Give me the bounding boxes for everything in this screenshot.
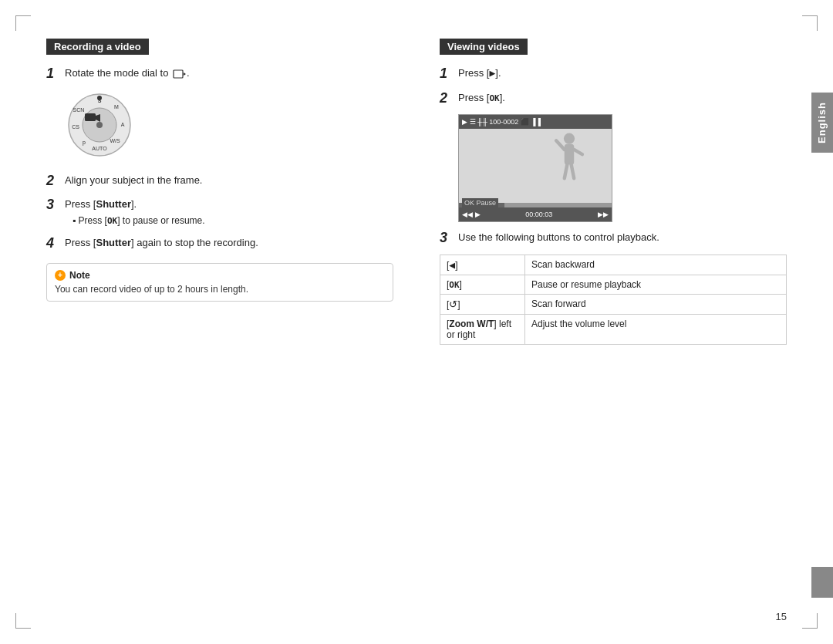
- corner-tl: [15, 15, 31, 31]
- right-step-3: 3 Use the following buttons to control p…: [440, 230, 787, 247]
- action-ok: Pause or resume playback: [525, 275, 787, 294]
- step-2: 2 Align your subject in the frame.: [46, 173, 393, 190]
- svg-point-16: [564, 133, 575, 144]
- right-column: Viewing videos 1 Press [▶]. 2 Press [OK]…: [432, 39, 787, 345]
- right-step-2: 2 Press [OK].: [440, 90, 787, 107]
- svg-line-21: [572, 165, 575, 179]
- svg-text:CS: CS: [72, 124, 79, 130]
- action-scan-back: Scan backward: [525, 255, 787, 275]
- right-step-1-content: Press [▶].: [458, 66, 787, 81]
- recording-header: Recording a video: [46, 39, 149, 55]
- svg-point-4: [96, 122, 103, 128]
- svg-line-20: [565, 165, 568, 179]
- english-tab: English: [811, 93, 833, 153]
- screen-time-left: ◀◀ ▶: [462, 211, 481, 218]
- note-label: Note: [69, 270, 90, 281]
- svg-rect-0: [174, 70, 183, 78]
- step-2-content: Align your subject in the frame.: [65, 173, 393, 188]
- svg-rect-17: [565, 144, 574, 165]
- screen-ok-pause: OK Pause: [462, 198, 498, 207]
- screen-top-info: ▶ ☰ ╫╫ 100-0002 ⬛ ▐▐: [462, 118, 541, 126]
- svg-marker-1: [184, 72, 186, 76]
- corner-br: [802, 613, 818, 629]
- screen-time-right: ▶▶: [598, 211, 609, 218]
- viewing-header: Viewing videos: [440, 39, 528, 55]
- right-step-3-num: 3: [440, 230, 458, 247]
- step-4-content: Press [Shutter] again to stop the record…: [65, 235, 393, 251]
- table-row: [OK] Pause or resume playback: [440, 275, 787, 294]
- right-step-2-content: Press [OK].: [458, 90, 787, 106]
- svg-rect-13: [85, 113, 96, 121]
- corner-tr: [802, 15, 818, 31]
- dial-container: S M A W/S AUTO p CS SCN: [65, 90, 393, 162]
- note-title: + Note: [55, 270, 385, 281]
- screen-top-bar: ▶ ☰ ╫╫ 100-0002 ⬛ ▐▐: [459, 115, 612, 129]
- svg-line-19: [574, 150, 582, 154]
- step-3: 3 Press [Shutter]. ▪ Press [OK] to pause…: [46, 197, 393, 228]
- page-number: 15: [776, 611, 787, 622]
- btn-ok: [OK]: [440, 275, 525, 294]
- person-silhouette: [550, 130, 588, 192]
- svg-text:p: p: [83, 140, 86, 146]
- action-scan-fwd: Scan forward: [525, 294, 787, 314]
- step-1-num: 1: [46, 66, 65, 83]
- svg-point-15: [97, 96, 102, 100]
- btn-scan-fwd: [↺]: [440, 294, 525, 314]
- step-3-num: 3: [46, 197, 65, 214]
- btn-zoom: [Zoom W/T] left or right: [440, 314, 525, 344]
- mode-dial-svg: S M A W/S AUTO p CS SCN: [65, 90, 134, 160]
- action-zoom: Adjust the volume level: [525, 314, 787, 344]
- step-3-subbullet: ▪ Press [OK] to pause or resume.: [65, 214, 393, 228]
- step-4: 4 Press [Shutter] again to stop the reco…: [46, 235, 393, 252]
- right-step-3-content: Use the following buttons to control pla…: [458, 230, 787, 245]
- table-row: [↺] Scan forward: [440, 294, 787, 314]
- step-3-content: Press [Shutter]. ▪ Press [OK] to pause o…: [65, 197, 393, 228]
- right-step-1-num: 1: [440, 66, 458, 83]
- right-step-2-num: 2: [440, 90, 458, 107]
- svg-text:AUTO: AUTO: [92, 146, 107, 151]
- left-column: Recording a video 1 Rotate the mode dial…: [46, 39, 401, 345]
- screen-preview: ▶ ☰ ╫╫ 100-0002 ⬛ ▐▐: [458, 114, 612, 222]
- bottom-accent: [811, 567, 833, 598]
- controls-table: [◀] Scan backward [OK] Pause or resume p…: [440, 255, 787, 345]
- movie-dial-icon: [173, 68, 187, 80]
- svg-text:W/S: W/S: [110, 138, 120, 143]
- page-container: English Recording a video 1 Rotate the m…: [0, 0, 833, 644]
- step-2-num: 2: [46, 173, 65, 190]
- step-1: 1 Rotate the mode dial to .: [46, 66, 393, 83]
- step-1-content: Rotate the mode dial to .: [65, 66, 393, 81]
- corner-bl: [15, 613, 31, 629]
- note-icon: +: [55, 270, 66, 281]
- btn-scan-back: [◀]: [440, 255, 525, 275]
- screen-bottom-bar: ◀◀ ▶ 00:00:03 ▶▶: [459, 207, 612, 221]
- step-4-num: 4: [46, 235, 65, 252]
- note-box: + Note You can record video of up to 2 h…: [46, 263, 393, 302]
- svg-text:SCN: SCN: [73, 107, 85, 113]
- main-content: Recording a video 1 Rotate the mode dial…: [46, 39, 787, 345]
- right-step-1: 1 Press [▶].: [440, 66, 787, 83]
- table-row: [◀] Scan backward: [440, 255, 787, 275]
- note-text: You can record video of up to 2 hours in…: [55, 284, 385, 295]
- svg-text:A: A: [121, 122, 125, 127]
- screen-time: 00:00:03: [484, 211, 595, 218]
- table-row: [Zoom W/T] left or right Adjust the volu…: [440, 314, 787, 344]
- svg-line-18: [556, 141, 565, 150]
- svg-text:M: M: [114, 104, 119, 110]
